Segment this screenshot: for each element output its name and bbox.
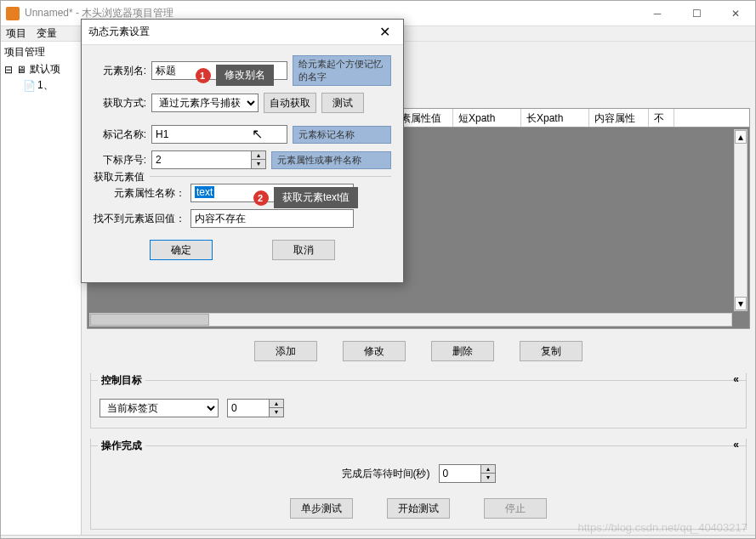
spinner-up-icon[interactable]: ▴ <box>270 400 283 408</box>
scroll-thumb[interactable] <box>90 314 209 326</box>
fieldset-legend: 获取元素值 <box>94 170 150 184</box>
method-label: 获取方式: <box>94 96 146 111</box>
tree-child[interactable]: 📄 1、 <box>4 77 81 94</box>
start-test-button[interactable]: 开始测试 <box>387 498 450 519</box>
fallback-input[interactable] <box>190 209 354 228</box>
index-spinner-up-icon[interactable]: ▴ <box>252 151 265 160</box>
dynamic-element-dialog: 动态元素设置 ✕ 元素别名: 给元素起个方便记忆的名字 获取方式: 通过元素序号… <box>81 19 404 283</box>
collapse-icon-2[interactable]: « <box>733 439 739 451</box>
th-shortxpath[interactable]: 短Xpath <box>453 109 521 127</box>
callout-2-text: 获取元素text值 <box>282 191 350 203</box>
group-legend-target: 控制目标 <box>98 373 145 388</box>
minimize-button[interactable]: ─ <box>638 1 677 26</box>
tagname-hint: 元素标记名称 <box>293 126 391 144</box>
cursor-icon: ↖ <box>252 126 263 142</box>
spinner-down-icon[interactable]: ▾ <box>270 408 283 417</box>
step-test-button[interactable]: 单步测试 <box>290 498 353 519</box>
alias-label: 元素别名: <box>94 64 146 78</box>
menu-variable[interactable]: 变量 <box>37 26 57 41</box>
callout-2: 2 获取元素text值 <box>274 187 358 208</box>
maximize-button[interactable]: ☐ <box>677 1 716 26</box>
callout-1: 1 修改别名 <box>216 65 274 86</box>
callout-1-text: 修改别名 <box>225 69 265 81</box>
horizontal-scrollbar[interactable] <box>89 313 732 326</box>
scroll-down-icon[interactable]: ▾ <box>735 297 747 310</box>
target-tab-select[interactable]: 当前标签页 <box>99 399 219 417</box>
control-target-group: 控制目标 « 当前标签页 ▴ ▾ <box>90 373 747 428</box>
delete-button[interactable]: 删除 <box>431 341 494 361</box>
close-button[interactable]: ✕ <box>716 1 755 26</box>
spinner-up-icon-2[interactable]: ▴ <box>481 465 495 474</box>
add-button[interactable]: 添加 <box>254 341 317 361</box>
watermark: https://blog.csdn.net/qq_40403217 <box>578 521 748 534</box>
vertical-scrollbar[interactable]: ▴ ▾ <box>734 129 747 311</box>
index-hint: 元素属性或事件名称 <box>271 151 391 169</box>
dialog-title: 动态元素设置 <box>88 25 372 39</box>
method-select[interactable]: 通过元素序号捕获 <box>151 94 259 112</box>
target-index-spinner[interactable]: ▴ ▾ <box>227 399 284 417</box>
spinner-down-icon-2[interactable]: ▾ <box>481 474 495 482</box>
tagname-label: 标记名称: <box>94 128 146 142</box>
tree-toggle-icon[interactable]: ⊟ <box>4 64 13 76</box>
tagname-input[interactable] <box>151 125 287 144</box>
wait-label: 完成后等待时间(秒) <box>342 467 430 481</box>
cancel-button[interactable]: 取消 <box>272 240 335 260</box>
index-label: 下标序号: <box>94 153 146 167</box>
monitor-icon: 🖥 <box>15 64 27 76</box>
auto-get-button[interactable]: 自动获取 <box>264 93 316 113</box>
group-legend-done: 操作完成 <box>98 439 145 453</box>
sidebar-header: 项目管理 <box>1 43 81 61</box>
stop-button[interactable]: 停止 <box>484 498 547 519</box>
attr-name-label: 元素属性名称： <box>94 186 185 201</box>
statusbar: 状态 <box>1 535 755 539</box>
th-longxpath[interactable]: 长Xpath <box>521 109 589 127</box>
scroll-up-icon[interactable]: ▴ <box>735 130 747 144</box>
th-extra[interactable]: 不 <box>649 109 674 127</box>
dialog-close-icon[interactable]: ✕ <box>372 24 396 40</box>
file-icon: 📄 <box>23 80 35 92</box>
sidebar: 项目管理 ⊟ 🖥 默认项 📄 1、 <box>1 42 82 535</box>
index-spinner-down-icon[interactable]: ▾ <box>252 160 265 168</box>
menu-project[interactable]: 项目 <box>6 26 26 41</box>
index-input[interactable] <box>151 150 252 169</box>
tree-child-label: 1、 <box>37 78 54 93</box>
edit-button[interactable]: 修改 <box>343 341 406 361</box>
project-tree: ⊟ 🖥 默认项 📄 1、 <box>1 61 81 94</box>
alias-hint: 给元素起个方便记忆的名字 <box>293 55 391 86</box>
ok-button[interactable]: 确定 <box>150 240 213 260</box>
collapse-icon[interactable]: « <box>733 373 739 385</box>
attr-name-value: text <box>195 186 214 198</box>
dialog-titlebar: 动态元素设置 ✕ <box>82 20 403 45</box>
wait-time-spinner[interactable]: ▴ ▾ <box>439 464 496 483</box>
tree-root-label: 默认项 <box>30 62 60 77</box>
table-buttons: 添加 修改 删除 复制 <box>82 334 755 368</box>
app-icon <box>6 7 20 20</box>
copy-button[interactable]: 复制 <box>520 341 583 361</box>
fallback-label: 找不到元素返回值： <box>94 212 185 226</box>
test-button[interactable]: 测试 <box>321 93 364 113</box>
operation-done-group: 操作完成 « 完成后等待时间(秒) ▴ ▾ 单步测试 开始测试 停止 <box>90 439 747 530</box>
th-contentattr[interactable]: 内容属性 <box>589 109 649 127</box>
tree-root[interactable]: ⊟ 🖥 默认项 <box>4 61 81 77</box>
wait-time-input[interactable] <box>439 464 481 483</box>
target-index-input[interactable] <box>227 399 270 417</box>
